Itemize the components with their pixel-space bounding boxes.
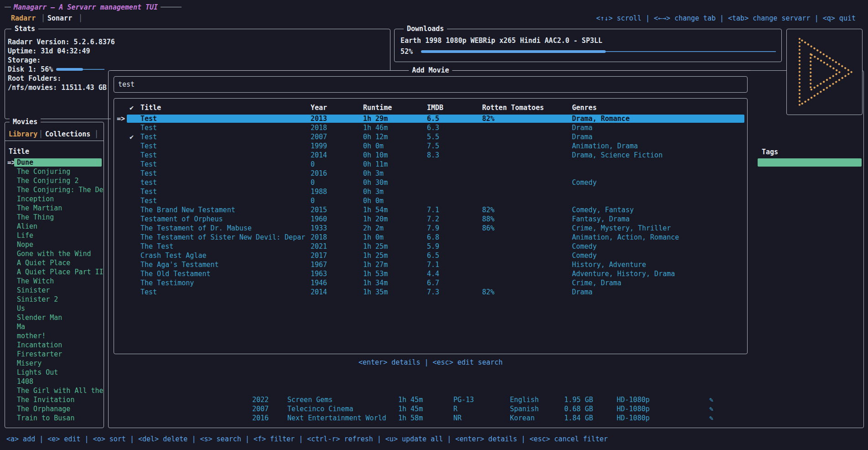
- result-year: 1946: [311, 278, 327, 288]
- movie-list-item[interactable]: Lights Out: [5, 368, 104, 377]
- result-genres: Animation, Drama: [572, 141, 638, 151]
- download-item-name: Earth 1998 1080p WEBRip x265 Hindi AAC2.…: [400, 36, 603, 45]
- movie-list-item[interactable]: The Witch: [5, 277, 104, 286]
- result-title: Crash Test Aglae: [140, 251, 207, 260]
- result-genres: Drama, Romance: [572, 114, 629, 123]
- tab-sonarr[interactable]: Sonarr: [47, 14, 72, 23]
- movie-list-item[interactable]: The Orphanage: [5, 404, 104, 413]
- movie-list-item[interactable]: The Thing: [5, 213, 104, 222]
- movie-list-item[interactable]: Alien: [5, 222, 104, 231]
- movie-list-item[interactable]: 1408: [5, 377, 104, 386]
- result-title: test: [140, 178, 157, 187]
- result-row[interactable]: The Testament of Sister New Devil: Depar…: [114, 233, 747, 242]
- result-year: 1933: [311, 224, 327, 233]
- result-row[interactable]: The Test20211h 25m5.9Comedy: [114, 242, 747, 251]
- result-genres: Comedy: [572, 251, 597, 260]
- movie-title: A Quiet Place Part II: [17, 267, 104, 277]
- result-year: 2018: [311, 233, 327, 242]
- movie-list-item[interactable]: A Quiet Place: [5, 258, 104, 267]
- movie-list-item[interactable]: Us: [5, 304, 104, 313]
- movie-list-item[interactable]: Sinister 2: [5, 295, 104, 304]
- movie-list-item[interactable]: Incantation: [5, 340, 104, 350]
- movie-title: The Witch: [17, 277, 54, 286]
- result-runtime: 1h 54m: [363, 205, 388, 215]
- result-row[interactable]: Test20141h 35m7.382%Drama: [114, 288, 747, 297]
- movie-studio: Next Entertainment World: [287, 413, 386, 423]
- result-genres: History, Adventure: [572, 260, 646, 269]
- result-runtime: 1h 53m: [363, 269, 388, 278]
- result-title: The Aga's Testament: [140, 260, 219, 269]
- tab-separator: │: [41, 14, 45, 23]
- result-row[interactable]: Test20140h 10m8.3Drama, Science Fiction: [114, 151, 747, 160]
- movie-title: The Orphanage: [17, 404, 70, 413]
- result-title: Test: [140, 169, 157, 178]
- movie-title: Lights Out: [17, 368, 58, 377]
- movie-list-item[interactable]: Slender Man: [5, 313, 104, 322]
- result-runtime: 1h 27m: [363, 260, 388, 269]
- result-row[interactable]: Test00h 11m: [114, 160, 747, 169]
- movie-runtime: 1h 58m: [398, 413, 423, 423]
- movie-list-item[interactable]: Misery: [5, 359, 104, 368]
- result-row[interactable]: The Testimony19461h 34m6.7Crime, Drama: [114, 278, 747, 288]
- result-row[interactable]: The Testament of Dr. Mabuse19332h 2m7.98…: [114, 224, 747, 233]
- movie-list-item[interactable]: Train to Busan: [5, 413, 104, 423]
- movie-list-item[interactable]: Sinister: [5, 286, 104, 295]
- check-icon: ✔: [130, 132, 134, 141]
- movie-list-item[interactable]: The Conjuring 2: [5, 176, 104, 185]
- result-imdb-rating: 6.8: [427, 233, 439, 242]
- movie-list-item[interactable]: Ma: [5, 322, 104, 331]
- movie-list-item[interactable]: A Quiet Place Part II: [5, 267, 104, 277]
- movie-certification: NR: [453, 413, 462, 423]
- tab-radarr[interactable]: Radarr: [11, 14, 36, 23]
- movie-list-item[interactable]: The Conjuring: [5, 167, 104, 176]
- result-runtime: 1h 34m: [363, 278, 388, 288]
- result-row[interactable]: ✔Test20070h 12m5.5Drama: [114, 132, 747, 141]
- result-title: Test: [140, 288, 157, 297]
- library-table-row[interactable]: 2022Screen Gems1h 45mPG-13English1.95 GB…: [109, 395, 863, 404]
- selected-marker: =>: [117, 114, 125, 123]
- result-imdb-rating: 7.9: [427, 224, 439, 233]
- movie-title: The Girl with All the: [17, 386, 104, 395]
- movie-search-input[interactable]: [114, 77, 747, 92]
- result-row[interactable]: The Brand New Testament20151h 54m7.182%C…: [114, 205, 747, 215]
- result-row[interactable]: The Aga's Testament19671h 27m7.1History,…: [114, 260, 747, 269]
- result-row[interactable]: =>Test20131h 29m6.582%Drama, Romance: [114, 114, 747, 123]
- movie-title: Ma: [17, 322, 25, 331]
- library-table-row[interactable]: 2007Telecinco Cinema1h 45mRSpanish0.68 G…: [109, 404, 863, 413]
- movie-title: 1408: [17, 377, 33, 386]
- result-row[interactable]: Test19880h 3m: [114, 187, 747, 196]
- result-row[interactable]: The Old Testament19631h 53m4.4Adventure,…: [114, 269, 747, 278]
- result-row[interactable]: Test19990h 0m7.5Animation, Drama: [114, 141, 747, 151]
- movie-list-item[interactable]: mother!: [5, 331, 104, 340]
- movie-list-item[interactable]: The Martian: [5, 204, 104, 213]
- movie-list-item[interactable]: Inception: [5, 194, 104, 204]
- movie-title: Sinister: [17, 286, 50, 295]
- result-title: The Brand New Testament: [140, 205, 235, 215]
- movie-list-item[interactable]: The Conjuring: The De: [5, 185, 104, 194]
- result-imdb-rating: 7.1: [427, 205, 439, 215]
- result-year: 1967: [311, 260, 327, 269]
- result-row[interactable]: Test00h 0m: [114, 196, 747, 205]
- result-row[interactable]: Testament of Orpheus19601h 20m7.288%Fant…: [114, 215, 747, 224]
- result-genres: Animation, Action, Romance: [572, 233, 679, 242]
- result-row[interactable]: Crash Test Aglae20171h 25m6.5Comedy: [114, 251, 747, 260]
- result-row[interactable]: Test20160h 3m: [114, 169, 747, 178]
- download-progress-bar: [421, 47, 776, 56]
- movie-list-item[interactable]: Firestarter: [5, 350, 104, 359]
- result-title: Test: [140, 151, 157, 160]
- movie-list-item[interactable]: Life: [5, 231, 104, 240]
- movie-list-item[interactable]: =>Dune: [5, 158, 104, 167]
- result-year: 2021: [311, 242, 327, 251]
- result-row[interactable]: test00h 30mComedy: [114, 178, 747, 187]
- result-title: Test: [140, 141, 157, 151]
- movie-list-item[interactable]: The Invitation: [5, 395, 104, 404]
- result-runtime: 0h 0m: [363, 196, 384, 205]
- movie-list-item[interactable]: Nope: [5, 240, 104, 249]
- result-title: Test: [140, 160, 157, 169]
- library-table-row[interactable]: 2016Next Entertainment World1h 58mNRKore…: [109, 413, 863, 423]
- movie-list-item[interactable]: The Girl with All the: [5, 386, 104, 395]
- result-row[interactable]: Test20181h 46m6.3Drama: [114, 123, 747, 132]
- movie-language: Spanish: [510, 404, 539, 413]
- movie-list-item[interactable]: Gone with the Wind: [5, 249, 104, 258]
- result-imdb-rating: 5.9: [427, 242, 439, 251]
